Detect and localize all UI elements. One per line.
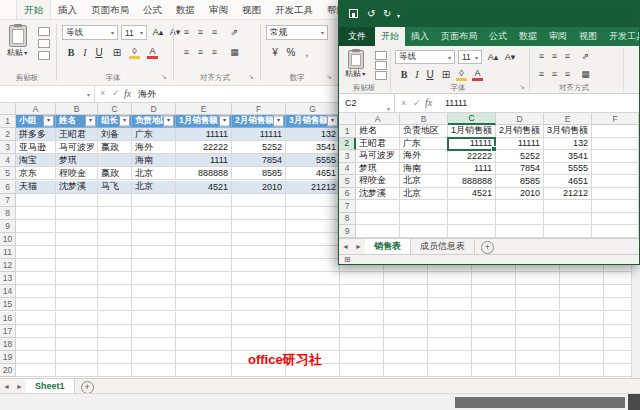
- cell-E14[interactable]: [176, 285, 232, 298]
- cell-E10[interactable]: [176, 233, 232, 246]
- cell-H13[interactable]: [340, 272, 384, 285]
- font-name-select[interactable]: 等线▾: [395, 50, 455, 64]
- ribbon-tab-front-页面布局[interactable]: 页面布局: [435, 27, 483, 46]
- cell-D7[interactable]: [496, 200, 544, 213]
- cell-G4[interactable]: 5555: [286, 154, 340, 167]
- cell-B5[interactable]: 北京: [400, 175, 448, 188]
- paste-button[interactable]: 粘贴 ▾: [339, 68, 371, 79]
- cell-H20[interactable]: [340, 364, 384, 377]
- cell-G5[interactable]: 4651: [286, 167, 340, 180]
- cell-H18[interactable]: [340, 338, 384, 351]
- cell-M13[interactable]: [560, 272, 604, 285]
- ribbon-tab-front-审阅[interactable]: 审阅: [543, 27, 573, 46]
- cell-B2[interactable]: 王昭君: [56, 128, 98, 141]
- cell-A2[interactable]: 王昭君: [356, 138, 400, 151]
- cell-B16[interactable]: [56, 312, 98, 325]
- comma-style-icon[interactable]: ,: [300, 46, 314, 59]
- cell-I14[interactable]: [384, 285, 428, 298]
- cell-B3[interactable]: 海外: [400, 150, 448, 163]
- cell-B3[interactable]: 马可波罗: [56, 141, 98, 154]
- cell-E4[interactable]: 1111: [176, 154, 232, 167]
- column-header-B[interactable]: B: [56, 103, 98, 115]
- cell-B9[interactable]: [400, 225, 448, 238]
- column-header-A[interactable]: A: [356, 113, 400, 125]
- cell-F3[interactable]: 5252: [232, 141, 286, 154]
- cut-icon[interactable]: [375, 51, 387, 60]
- ribbon-tab-页面布局[interactable]: 页面布局: [84, 0, 136, 19]
- merge-center-icon[interactable]: ▦: [228, 46, 241, 59]
- cell-D19[interactable]: [132, 351, 176, 364]
- cell-K18[interactable]: [472, 338, 516, 351]
- cell-D15[interactable]: [132, 298, 176, 311]
- ribbon-tab-front-开始[interactable]: 开始: [375, 27, 405, 46]
- cell-F15[interactable]: [232, 298, 286, 311]
- row-header-4[interactable]: 4: [0, 154, 16, 167]
- align-left-icon[interactable]: ≡: [535, 68, 548, 81]
- align-top-icon[interactable]: ≡: [180, 26, 193, 39]
- cell-B6[interactable]: 沈梦溪: [56, 181, 98, 194]
- cell-B8[interactable]: [400, 213, 448, 226]
- cell-G6[interactable]: 21212: [286, 181, 340, 194]
- cell-H16[interactable]: [340, 312, 384, 325]
- bold-icon[interactable]: B: [64, 46, 78, 59]
- borders-icon[interactable]: ⊞: [110, 46, 124, 59]
- filter-button-C[interactable]: ▾: [119, 116, 130, 127]
- cell-G10[interactable]: [286, 233, 340, 246]
- sheet-nav-right-icon[interactable]: ►: [13, 379, 26, 393]
- align-right-icon[interactable]: ≡: [561, 68, 574, 81]
- add-sheet-button[interactable]: +: [481, 241, 494, 254]
- cell-H17[interactable]: [340, 325, 384, 338]
- cell-D6[interactable]: 2010: [496, 188, 544, 201]
- row-header-12[interactable]: 12: [0, 259, 16, 272]
- cell-E17[interactable]: [176, 325, 232, 338]
- cell-E7[interactable]: [176, 194, 232, 207]
- cell-B12[interactable]: [56, 259, 98, 272]
- align-right-icon[interactable]: ≡: [208, 46, 221, 59]
- cell-B4[interactable]: 梦琪: [56, 154, 98, 167]
- cell-I18[interactable]: [384, 338, 428, 351]
- merge-center-icon[interactable]: ▦: [579, 68, 592, 81]
- cell-L17[interactable]: [516, 325, 560, 338]
- cell-D8[interactable]: [132, 207, 176, 220]
- align-center-icon[interactable]: ≡: [548, 68, 561, 81]
- cell-M17[interactable]: [560, 325, 604, 338]
- ribbon-tab-视图[interactable]: 视图: [235, 0, 268, 19]
- cell-I13[interactable]: [384, 272, 428, 285]
- align-left-icon[interactable]: ≡: [180, 46, 193, 59]
- cell-A9[interactable]: [16, 220, 56, 233]
- cell-E9[interactable]: [176, 220, 232, 233]
- row-header-2[interactable]: 2: [0, 128, 16, 141]
- currency-icon[interactable]: ¥: [268, 46, 282, 59]
- orientation-icon[interactable]: ⇗: [228, 26, 241, 39]
- ribbon-tab-front-公式[interactable]: 公式: [483, 27, 513, 46]
- cell-D4[interactable]: 海南: [132, 154, 176, 167]
- row-header-5[interactable]: 5: [0, 167, 16, 180]
- cell-B15[interactable]: [56, 298, 98, 311]
- cell-E12[interactable]: [176, 259, 232, 272]
- cell-C15[interactable]: [98, 298, 132, 311]
- cell-A4[interactable]: 淘宝: [16, 154, 56, 167]
- cell-A8[interactable]: [16, 207, 56, 220]
- cell-F2[interactable]: [592, 138, 639, 151]
- italic-icon[interactable]: I: [78, 46, 92, 59]
- cell-E3[interactable]: 22222: [176, 141, 232, 154]
- cell-A10[interactable]: [16, 233, 56, 246]
- cell-A7[interactable]: [16, 194, 56, 207]
- font-color-icon[interactable]: A: [146, 46, 159, 59]
- cell-A5[interactable]: 程咬金: [356, 175, 400, 188]
- cell-D9[interactable]: [132, 220, 176, 233]
- cell-F16[interactable]: [232, 312, 286, 325]
- cell-B1[interactable]: 负责地区: [400, 125, 448, 138]
- underline-icon[interactable]: U: [92, 46, 106, 59]
- cell-I20[interactable]: [384, 364, 428, 377]
- cell-A9[interactable]: [356, 225, 400, 238]
- cell-L14[interactable]: [516, 285, 560, 298]
- column-header-D[interactable]: D: [132, 103, 176, 115]
- cell-D9[interactable]: [496, 225, 544, 238]
- cell-C13[interactable]: [98, 272, 132, 285]
- copy-icon[interactable]: [38, 39, 50, 48]
- cell-K14[interactable]: [472, 285, 516, 298]
- align-top-icon[interactable]: ≡: [535, 50, 548, 63]
- ribbon-tab-front-插入[interactable]: 插入: [405, 27, 435, 46]
- cell-G17[interactable]: [286, 325, 340, 338]
